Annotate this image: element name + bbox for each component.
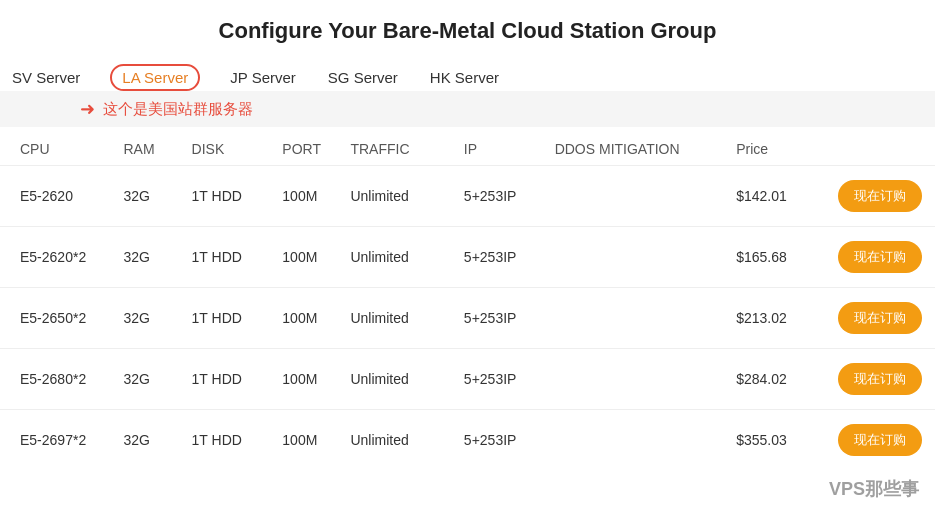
cell-action[interactable]: 现在订购 xyxy=(828,288,935,349)
cell-ddos xyxy=(545,349,727,410)
buy-button[interactable]: 现在订购 xyxy=(838,302,922,334)
cell-price: $165.68 xyxy=(726,227,828,288)
cell-ip: 5+253IP xyxy=(454,166,545,227)
cell-disk: 1T HDD xyxy=(182,288,273,349)
cell-action[interactable]: 现在订购 xyxy=(828,166,935,227)
cell-cpu: E5-2620 xyxy=(0,166,113,227)
cell-cpu: E5-2697*2 xyxy=(0,410,113,471)
cell-traffic: Unlimited xyxy=(340,166,453,227)
cell-ip: 5+253IP xyxy=(454,288,545,349)
arrow-icon: ➜ xyxy=(80,98,95,120)
table-row: E5-2620 32G 1T HDD 100M Unlimited 5+253I… xyxy=(0,166,935,227)
watermark: VPS那些事 xyxy=(829,477,919,501)
cell-traffic: Unlimited xyxy=(340,227,453,288)
cell-ip: 5+253IP xyxy=(454,410,545,471)
cell-cpu: E5-2650*2 xyxy=(0,288,113,349)
tab-hk[interactable]: HK Server xyxy=(428,65,501,90)
page-title: Configure Your Bare-Metal Cloud Station … xyxy=(0,0,935,58)
cell-ip: 5+253IP xyxy=(454,349,545,410)
cell-price: $355.03 xyxy=(726,410,828,471)
cell-disk: 1T HDD xyxy=(182,349,273,410)
cell-ddos xyxy=(545,288,727,349)
buy-button[interactable]: 现在订购 xyxy=(838,424,922,456)
buy-button[interactable]: 现在订购 xyxy=(838,241,922,273)
cell-ddos xyxy=(545,410,727,471)
table-row: E5-2680*2 32G 1T HDD 100M Unlimited 5+25… xyxy=(0,349,935,410)
cell-cpu: E5-2680*2 xyxy=(0,349,113,410)
header-disk: DISK xyxy=(182,133,273,166)
cell-disk: 1T HDD xyxy=(182,410,273,471)
cell-traffic: Unlimited xyxy=(340,349,453,410)
tab-la[interactable]: LA Server xyxy=(110,64,200,91)
cell-action[interactable]: 现在订购 xyxy=(828,227,935,288)
cell-ddos xyxy=(545,227,727,288)
server-table: CPU RAM DISK PORT TRAFFIC IP DDOS MITIGA… xyxy=(0,133,935,470)
tab-sg[interactable]: SG Server xyxy=(326,65,400,90)
cell-traffic: Unlimited xyxy=(340,410,453,471)
header-traffic: TRAFFIC xyxy=(340,133,453,166)
header-cpu: CPU xyxy=(0,133,113,166)
cell-port: 100M xyxy=(272,410,340,471)
cell-ram: 32G xyxy=(113,166,181,227)
cell-ram: 32G xyxy=(113,227,181,288)
header-action xyxy=(828,133,935,166)
cell-port: 100M xyxy=(272,349,340,410)
cell-port: 100M xyxy=(272,288,340,349)
header-ip: IP xyxy=(454,133,545,166)
header-price: Price xyxy=(726,133,828,166)
header-ram: RAM xyxy=(113,133,181,166)
cell-price: $213.02 xyxy=(726,288,828,349)
cell-action[interactable]: 现在订购 xyxy=(828,349,935,410)
header-port: PORT xyxy=(272,133,340,166)
cell-traffic: Unlimited xyxy=(340,288,453,349)
cell-action[interactable]: 现在订购 xyxy=(828,410,935,471)
header-ddos: DDOS MITIGATION xyxy=(545,133,727,166)
cell-disk: 1T HDD xyxy=(182,227,273,288)
cell-ddos xyxy=(545,166,727,227)
cell-disk: 1T HDD xyxy=(182,166,273,227)
cell-cpu: E5-2620*2 xyxy=(0,227,113,288)
tab-jp[interactable]: JP Server xyxy=(228,65,298,90)
cell-ram: 32G xyxy=(113,288,181,349)
cell-price: $284.02 xyxy=(726,349,828,410)
table-row: E5-2650*2 32G 1T HDD 100M Unlimited 5+25… xyxy=(0,288,935,349)
cell-ip: 5+253IP xyxy=(454,227,545,288)
cell-price: $142.01 xyxy=(726,166,828,227)
table-row: E5-2697*2 32G 1T HDD 100M Unlimited 5+25… xyxy=(0,410,935,471)
tab-sv[interactable]: SV Server xyxy=(10,65,82,90)
buy-button[interactable]: 现在订购 xyxy=(838,363,922,395)
buy-button[interactable]: 现在订购 xyxy=(838,180,922,212)
cell-port: 100M xyxy=(272,166,340,227)
annotation-row: ➜ 这个是美国站群服务器 xyxy=(0,91,935,127)
cell-ram: 32G xyxy=(113,410,181,471)
cell-ram: 32G xyxy=(113,349,181,410)
table-row: E5-2620*2 32G 1T HDD 100M Unlimited 5+25… xyxy=(0,227,935,288)
annotation-text: 这个是美国站群服务器 xyxy=(103,100,253,119)
tabs: SV Server LA Server JP Server SG Server … xyxy=(0,58,935,91)
cell-port: 100M xyxy=(272,227,340,288)
